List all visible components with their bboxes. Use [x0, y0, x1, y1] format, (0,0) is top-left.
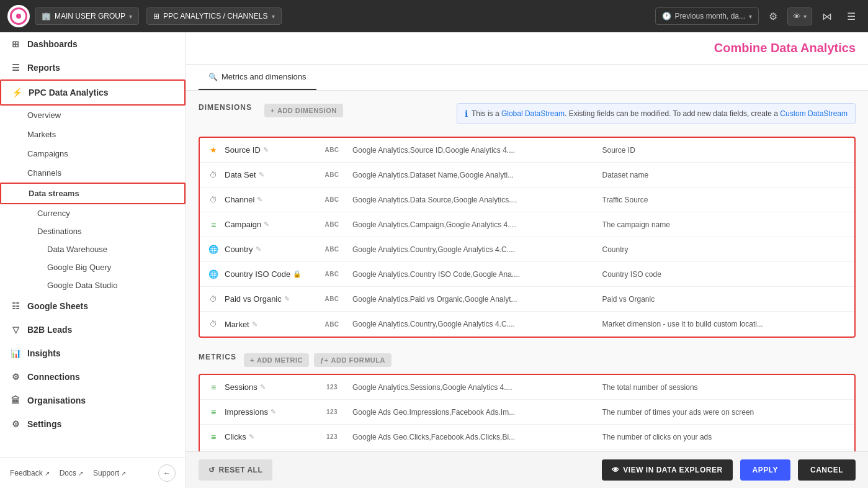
sidebar-sub-overview-label: Overview [27, 111, 61, 120]
building-icon: 🏢 [42, 12, 51, 20]
share-icon-button[interactable]: ⋈ [817, 7, 837, 26]
custom-datastream-link[interactable]: Custom DataStream [780, 109, 848, 118]
sidebar-item-organisations[interactable]: 🏛 Organisations [0, 389, 186, 412]
sidebar-google-sheets-label: Google Sheets [27, 301, 88, 311]
row-icon-country: 🌐 [207, 243, 220, 256]
chevron-down-icon-project: ▾ [272, 13, 275, 20]
user-group-button[interactable]: 🏢 MAIN USER GROUP ▾ [35, 7, 139, 25]
support-label: Support [93, 469, 119, 477]
filter-icon-button[interactable]: ⚙ [764, 7, 782, 26]
sidebar-sub-channels-label: Channels [27, 168, 61, 178]
row-icon-dataset: ⏱ [207, 169, 220, 181]
back-button[interactable]: ← [158, 464, 176, 482]
sidebar-item-insights[interactable]: 📊 Insights [0, 341, 186, 365]
grid-icon: ⊞ [153, 12, 159, 20]
table-row: ≡ Clicks ✎ 123 Google Ads Geo.Clicks,Fac… [200, 425, 854, 450]
edit-icon[interactable]: ✎ [257, 196, 262, 204]
row-icon-market: ⏱ [207, 318, 220, 330]
dashboard-icon: ⊞ [10, 38, 21, 50]
edit-icon[interactable]: ✎ [284, 295, 290, 303]
sidebar-sub-campaigns[interactable]: Campaigns [0, 144, 186, 163]
global-datastream-link[interactable]: Global DataStream [501, 109, 565, 118]
add-formula-button[interactable]: ƒ+ ADD FORMULA [314, 353, 391, 367]
row-source: Google Analytics.Dataset Name,Google Ana… [352, 171, 597, 179]
sidebar-item-b2b-leads[interactable]: ▽ B2B Leads [0, 318, 186, 341]
row-desc: Dataset name [602, 171, 848, 179]
content-header: Combine Data Analytics [186, 32, 868, 65]
tabs-bar: 🔍 Metrics and dimensions [186, 65, 868, 91]
sidebar-sub-overview[interactable]: Overview [0, 106, 186, 125]
type-badge: ABC [316, 246, 347, 253]
type-badge: ABC [316, 196, 347, 203]
sidebar-google-big-query-label: Google Big Query [47, 263, 111, 272]
sidebar-sub-channels[interactable]: Channels [0, 163, 186, 183]
sidebar-sub-currency[interactable]: Currency [0, 204, 186, 222]
add-metric-label: ADD METRIC [257, 356, 303, 364]
dimension-name-dataset: Data Set ✎ [225, 170, 311, 179]
chevron-down-icon-date: ▾ [749, 13, 752, 20]
edit-icon[interactable]: ✎ [249, 433, 254, 441]
sidebar-sub-markets[interactable]: Markets [0, 125, 186, 144]
edit-icon[interactable]: ✎ [271, 408, 276, 416]
sidebar-item-settings[interactable]: ⚙ Settings [0, 412, 186, 436]
metric-name-sessions: Sessions ✎ [225, 382, 311, 392]
support-arrow-icon: ↗ [121, 470, 126, 477]
tab-metrics-dimensions[interactable]: 🔍 Metrics and dimensions [199, 65, 316, 90]
reset-all-button[interactable]: ↺ RESET ALL [199, 459, 272, 481]
connections-icon: ⚙ [10, 371, 21, 382]
view-in-data-explorer-button[interactable]: 👁 VIEW IN DATA EXPLORER [602, 459, 733, 481]
date-range-button[interactable]: 🕐 Previous month, da... ▾ [655, 7, 759, 25]
edit-icon[interactable]: ✎ [259, 171, 264, 179]
edit-icon[interactable]: ✎ [263, 146, 269, 154]
sidebar-item-google-sheets[interactable]: ☷ Google Sheets [0, 294, 186, 318]
row-icon-channel: ⏱ [207, 194, 220, 206]
sidebar-item-dashboards[interactable]: ⊞ Dashboards [0, 32, 186, 56]
dimensions-section-title: DIMENSIONS + ADD DIMENSION [199, 103, 343, 118]
content-footer: ↺ RESET ALL 👁 VIEW IN DATA EXPLORER APPL… [186, 451, 868, 488]
sidebar-b2b-leads-label: B2B Leads [27, 325, 72, 335]
edit-icon[interactable]: ✎ [260, 383, 266, 391]
dimensions-header-row: DIMENSIONS + ADD DIMENSION ℹ This is a G… [199, 103, 856, 130]
edit-icon[interactable]: ✎ [264, 220, 269, 228]
sidebar-sub-data-warehouse[interactable]: Data Warehouse [0, 240, 186, 258]
view-settings-button[interactable]: 👁 ▾ [787, 7, 812, 25]
eye-icon: 👁 [793, 12, 801, 21]
dimension-name-country-iso: Country ISO Code 🔒 [225, 269, 311, 279]
row-icon-clicks: ≡ [207, 431, 220, 443]
project-selector-button[interactable]: ⊞ PPC ANALYTICS / CHANNELS ▾ [146, 7, 282, 25]
reset-label: RESET ALL [219, 466, 263, 474]
sidebar-item-reports[interactable]: ☰ Reports [0, 56, 186, 79]
clock-icon: 🕐 [662, 12, 671, 20]
row-source: Google Analytics.Country,Google Analytic… [352, 320, 597, 328]
docs-link[interactable]: Docs ↗ [60, 469, 83, 477]
sidebar-sub-google-data-studio[interactable]: Google Data Studio [0, 276, 186, 294]
sidebar-sub-destinations[interactable]: Destinations [0, 222, 186, 240]
apply-button[interactable]: APPLY [740, 459, 790, 481]
type-badge: ABC [316, 171, 347, 178]
add-metric-button[interactable]: + ADD METRIC [244, 353, 309, 367]
sidebar-settings-label: Settings [27, 419, 61, 429]
sidebar-sub-data-streams-label: Data streams [29, 189, 79, 198]
b2b-leads-icon: ▽ [10, 324, 21, 335]
sidebar-sub-google-big-query[interactable]: Google Big Query [0, 258, 186, 276]
metric-name-clicks: Clicks ✎ [225, 432, 311, 441]
sidebar-item-ppc-analytics[interactable]: ⚡ PPC Data Analytics [0, 79, 186, 106]
dimensions-label: DIMENSIONS [199, 103, 252, 112]
sidebar-sub-data-streams[interactable]: Data streams [0, 183, 186, 204]
edit-icon[interactable]: ✎ [256, 245, 261, 253]
docs-arrow-icon: ↗ [78, 470, 83, 477]
support-link[interactable]: Support ↗ [93, 469, 126, 477]
table-row: ⏱ Channel ✎ ABC Google Analytics.Data So… [200, 188, 854, 212]
reset-icon: ↺ [208, 466, 215, 474]
feedback-arrow-icon: ↗ [45, 470, 50, 477]
menu-icon-button[interactable]: ☰ [842, 7, 861, 26]
page-title: Combine Data Analytics [714, 41, 856, 55]
feedback-link[interactable]: Feedback ↗ [10, 469, 50, 477]
info-icon: ℹ [465, 109, 468, 119]
cancel-button[interactable]: CANCEL [798, 459, 856, 481]
edit-icon[interactable]: ✎ [252, 320, 257, 328]
sidebar-item-connections[interactable]: ⚙ Connections [0, 365, 186, 389]
row-source: Google Ads Geo.Impressions,Facebook Ads.… [352, 408, 597, 417]
table-row: 🌐 Country ISO Code 🔒 ABC Google Analytic… [200, 262, 854, 287]
add-dimension-button[interactable]: + ADD DIMENSION [264, 104, 343, 117]
